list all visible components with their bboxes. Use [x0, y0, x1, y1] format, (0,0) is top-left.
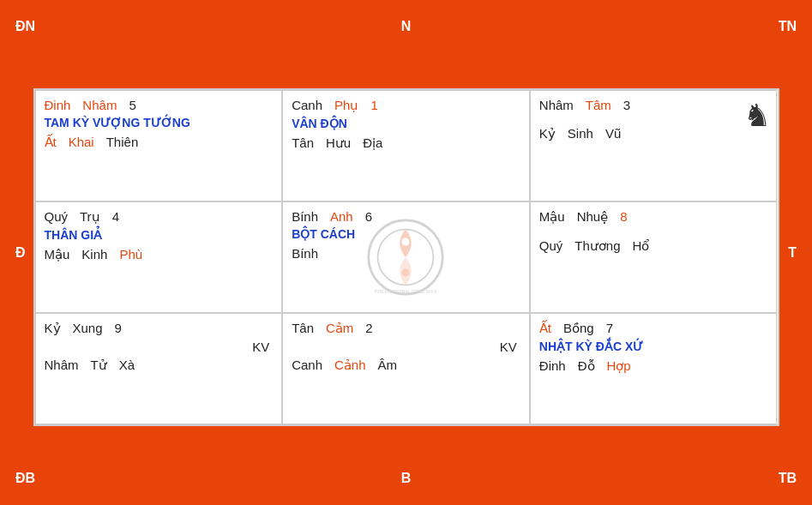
tr-r1-c1: Nhâm [539, 98, 574, 112]
bl-r3-c2: Tử [91, 358, 107, 373]
tl-r3-c3: Thiên [106, 135, 139, 149]
ml-title: THÂN GIẢ [45, 228, 274, 242]
corner-b: B [401, 471, 412, 486]
cell-bot-mid-row3: Canh Cảnh Âm [292, 358, 520, 373]
mr-r1-c2: Nhuệ [577, 209, 609, 225]
cell-mid-left: Quý Trụ 4 THÂN GIẢ Mậu Kinh Phù [35, 201, 283, 313]
br-r3-c2: Đỗ [578, 358, 595, 374]
br-r1-c1: Ất [539, 321, 551, 336]
bl-r3-c1: Nhâm [45, 358, 79, 372]
cell-top-mid-row1: Canh Phụ 1 [292, 98, 520, 113]
cell-mid-right: Mậu Nhuệ 8 Quý Thương Hổ [530, 201, 778, 313]
tl-r1-c3: 5 [129, 98, 135, 112]
cell-mid-center: Bính Anh 6 BỘT CÁCH Bính INTERNA [282, 201, 530, 313]
side-t: T [788, 245, 797, 261]
cell-top-right-row3: Kỷ Sinh Vũ [539, 126, 768, 141]
cell-mid-left-row3: Mậu Kinh Phù [45, 247, 274, 262]
br-r3-c1: Đinh [539, 358, 566, 373]
mr-r1-c3: 8 [620, 209, 627, 224]
svg-text:INTERNATIONAL FENG SHUI: INTERNATIONAL FENG SHUI [375, 289, 437, 294]
cell-bot-left: Kỷ Xung 9 KV Nhâm Tử Xà [35, 313, 283, 424]
mc-r1-c1: Bính [292, 209, 318, 224]
cell-top-right: Nhâm Tâm 3 Kỷ Sinh Vũ ♞ [530, 90, 778, 201]
tm-r3-c1: Tân [292, 135, 314, 150]
tl-r3-c2: Khai [69, 135, 94, 149]
mc-r1-c3: 6 [365, 209, 372, 224]
tl-r1-c2: Nhâm [82, 98, 117, 112]
bm-r1-c1: Tân [292, 321, 314, 335]
cell-top-mid-row3: Tân Hưu Địa [292, 135, 520, 151]
ml-r1-c2: Trụ [80, 209, 100, 225]
side-d: Đ [15, 245, 26, 261]
br-r1-c2: Bồng [563, 321, 594, 336]
cell-mid-left-row1: Quý Trụ 4 [45, 209, 274, 225]
bm-r1-c2: Cảm [326, 321, 353, 336]
horse-icon: ♞ [743, 98, 771, 134]
main-grid: Đinh Nhâm 5 TAM KỲ VƯỢNG TƯỚNG Ất Khai T… [35, 90, 778, 424]
ml-r3-c2: Kinh [81, 247, 107, 262]
tm-r1-c1: Canh [292, 98, 322, 112]
cell-bot-mid: Tân Cảm 2 KV Canh Cảnh Âm [282, 313, 530, 424]
mc-title: BỘT CÁCH [292, 227, 520, 241]
ml-r1-c3: 4 [112, 209, 119, 224]
bm-r3-c1: Canh [292, 358, 322, 372]
cell-bot-right-row1: Ất Bồng 7 [539, 321, 768, 336]
mr-r3-c1: Quý [539, 238, 563, 253]
cell-bot-left-row3: Nhâm Tử Xà [45, 358, 274, 373]
bl-r1-c3: 9 [115, 321, 122, 335]
cell-bot-mid-row1: Tân Cảm 2 [292, 321, 520, 336]
bl-r3-c3: Xà [119, 358, 135, 372]
cell-top-mid: Canh Phụ 1 VÂN ĐỘN Tân Hưu Địa [282, 90, 530, 201]
tr-r1-c3: 3 [623, 98, 630, 112]
cell-bot-left-row1: Kỷ Xung 9 [45, 321, 274, 336]
cell-bot-right: Ất Bồng 7 NHẬT KỲ ĐẮC XỨ Đinh Đỗ Hợp [530, 313, 778, 424]
tr-r3-c1: Kỷ [539, 126, 556, 141]
ml-r3-c3: Phù [119, 247, 142, 262]
main-container: ĐN N TN ĐB B TB Đ T Đinh Nhâm 5 TAM KỲ V… [0, 0, 812, 505]
bl-kv: KV [252, 340, 269, 354]
bl-r1-c2: Xung [73, 321, 103, 335]
cell-top-left-row3: Ất Khai Thiên [45, 135, 274, 150]
bm-r3-c3: Âm [378, 358, 398, 372]
cell-bot-right-row3: Đinh Đỗ Hợp [539, 358, 768, 374]
mc-r3-c1: Bính [292, 246, 318, 261]
tr-r1-c2: Tâm [586, 98, 611, 112]
grid-wrapper: Đinh Nhâm 5 TAM KỲ VƯỢNG TƯỚNG Ất Khai T… [33, 88, 779, 426]
mr-r3-c3: Hổ [633, 238, 650, 254]
svg-point-3 [402, 268, 410, 276]
br-title: NHẬT KỲ ĐẮC XỨ [539, 340, 768, 353]
cell-top-right-row1: Nhâm Tâm 3 [539, 98, 768, 112]
mr-r1-c1: Mậu [539, 209, 565, 225]
corner-db: ĐB [15, 471, 35, 486]
tm-r3-c3: Địa [363, 135, 382, 151]
cell-mid-right-row1: Mậu Nhuệ 8 [539, 209, 768, 225]
tm-r3-c2: Hưu [326, 135, 351, 151]
tl-title: TAM KỲ VƯỢNG TƯỚNG [45, 116, 274, 129]
corner-n: N [401, 19, 412, 34]
tl-r1-c1: Đinh [45, 98, 71, 112]
tl-r3-c1: Ất [45, 135, 57, 150]
bm-r1-c3: 2 [365, 321, 372, 335]
bm-kv: KV [500, 340, 517, 354]
bm-r3-c2: Cảnh [334, 358, 366, 373]
tr-r3-c2: Sinh [568, 126, 593, 141]
cell-top-left-row1: Đinh Nhâm 5 [45, 98, 274, 112]
ml-r3-c1: Mậu [45, 247, 70, 262]
cell-mid-center-row1: Bính Anh 6 [292, 209, 520, 224]
corner-dn: ĐN [15, 19, 35, 34]
mr-r3-c2: Thương [574, 238, 620, 254]
tm-r1-c2: Phụ [334, 98, 358, 113]
mc-r1-c2: Anh [330, 209, 353, 224]
cell-mid-right-row3: Quý Thương Hổ [539, 238, 768, 254]
br-r1-c3: 7 [606, 321, 613, 335]
bl-r1-c1: Kỷ [45, 321, 61, 336]
br-r3-c3: Hợp [607, 358, 631, 374]
tm-r1-c3: 1 [370, 98, 377, 112]
corner-tn: TN [779, 19, 797, 34]
tr-r3-c3: Vũ [605, 126, 621, 141]
ml-r1-c1: Quý [45, 209, 69, 224]
cell-top-left: Đinh Nhâm 5 TAM KỲ VƯỢNG TƯỚNG Ất Khai T… [35, 90, 283, 201]
tm-title: VÂN ĐỘN [292, 117, 520, 130]
corner-tb: TB [779, 471, 797, 486]
cell-mid-center-row3: Bính [292, 246, 520, 261]
